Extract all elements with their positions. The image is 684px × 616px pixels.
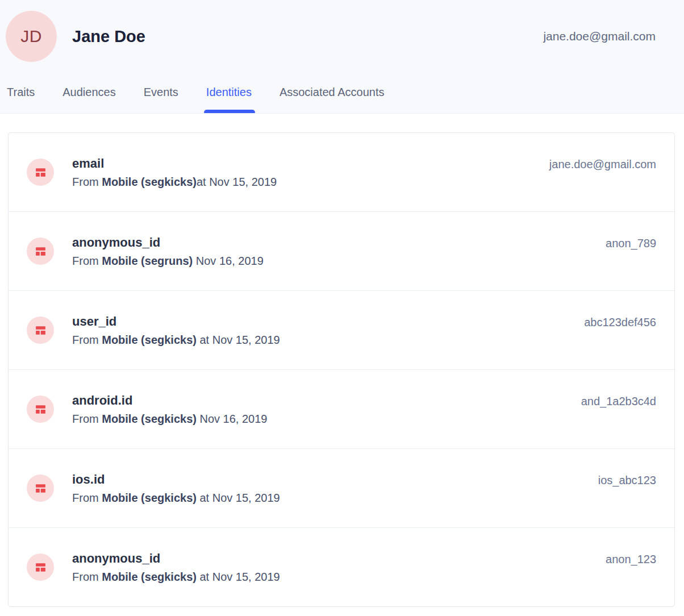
- identity-icon-badge: [27, 396, 54, 423]
- identity-name: anonymous_id: [72, 235, 606, 250]
- date-text: at Nov 15, 2019: [197, 176, 277, 188]
- tab-label: Events: [144, 86, 178, 98]
- avatar-initials: JD: [20, 27, 42, 46]
- layout-icon: [35, 245, 47, 257]
- profile-summary: JD Jane Doe jane.doe@gmail.com: [0, 0, 684, 63]
- identity-icon-badge: [27, 238, 54, 265]
- tab-label: Associated Accounts: [280, 86, 385, 98]
- user-profile-page: JD Jane Doe jane.doe@gmail.com Traits Au…: [0, 0, 684, 616]
- layout-icon: [35, 561, 47, 573]
- source-name: Mobile (segkicks): [102, 176, 197, 188]
- from-label: From: [72, 176, 102, 188]
- layout-icon: [35, 324, 47, 336]
- from-label: From: [72, 571, 102, 583]
- identity-source-line: From Mobile (segkicks) at Nov 15, 2019: [72, 333, 584, 347]
- identity-name: email: [72, 156, 549, 171]
- source-name: Mobile (segkicks): [102, 492, 197, 504]
- identity-icon-badge: [27, 159, 54, 186]
- date-text: at Nov 15, 2019: [197, 492, 280, 504]
- identity-main: anonymous_id From Mobile (segruns) Nov 1…: [72, 235, 606, 268]
- identity-row-user-id: user_id From Mobile (segkicks) at Nov 15…: [9, 290, 674, 369]
- source-name: Mobile (segruns): [102, 255, 193, 267]
- source-name: Mobile (segkicks): [102, 413, 197, 425]
- date-text: at Nov 15, 2019: [197, 571, 280, 583]
- identity-name: user_id: [72, 314, 584, 329]
- layout-icon: [35, 167, 47, 178]
- from-label: From: [72, 255, 102, 267]
- layout-icon: [35, 482, 47, 494]
- profile-email: jane.doe@gmail.com: [543, 30, 656, 43]
- identity-value: anon_789: [606, 236, 656, 250]
- from-label: From: [72, 334, 102, 346]
- active-tab-underline: [204, 110, 255, 113]
- date-text: Nov 16, 2019: [197, 413, 268, 425]
- identity-value: ios_abc123: [598, 473, 656, 487]
- source-name: Mobile (segkicks): [102, 571, 197, 583]
- identity-name: anonymous_id: [72, 551, 606, 566]
- date-text: Nov 16, 2019: [193, 255, 264, 267]
- date-text: at Nov 15, 2019: [197, 334, 280, 346]
- identity-main: user_id From Mobile (segkicks) at Nov 15…: [72, 314, 584, 347]
- identity-value: anon_123: [606, 552, 656, 566]
- identity-name: ios.id: [72, 472, 598, 487]
- tab-label: Identities: [206, 86, 252, 98]
- identity-source-line: From Mobile (segruns) Nov 16, 2019: [72, 254, 606, 268]
- identity-row-email: email From Mobile (segkicks)at Nov 15, 2…: [9, 133, 674, 211]
- tab-label: Traits: [7, 86, 35, 98]
- identity-source-line: From Mobile (segkicks) Nov 16, 2019: [72, 412, 581, 426]
- identity-value: and_1a2b3c4d: [581, 394, 656, 408]
- identity-value: abc123def456: [584, 315, 656, 329]
- identity-source-line: From Mobile (segkicks) at Nov 15, 2019: [72, 491, 598, 505]
- avatar: JD: [6, 11, 57, 62]
- identity-row-anonymous-id: anonymous_id From Mobile (segruns) Nov 1…: [9, 211, 674, 290]
- identity-icon-badge: [27, 475, 54, 502]
- identity-main: email From Mobile (segkicks)at Nov 15, 2…: [72, 156, 549, 189]
- profile-header: JD Jane Doe jane.doe@gmail.com Traits Au…: [0, 0, 684, 114]
- identity-source-line: From Mobile (segkicks)at Nov 15, 2019: [72, 175, 549, 189]
- tab-label: Audiences: [62, 86, 115, 98]
- identities-list: email From Mobile (segkicks)at Nov 15, 2…: [8, 132, 675, 607]
- identity-icon-badge: [27, 553, 54, 581]
- identity-row-ios-id: ios.id From Mobile (segkicks) at Nov 15,…: [9, 448, 674, 527]
- identity-main: ios.id From Mobile (segkicks) at Nov 15,…: [72, 472, 598, 505]
- identity-name: android.id: [72, 393, 581, 408]
- identity-value: jane.doe@gmail.com: [549, 157, 656, 171]
- profile-tabs: Traits Audiences Events Identities Assoc…: [7, 86, 384, 113]
- identity-main: android.id From Mobile (segkicks) Nov 16…: [72, 393, 581, 426]
- identity-row-anonymous-id-2: anonymous_id From Mobile (segkicks) at N…: [9, 527, 674, 606]
- tab-associated-accounts[interactable]: Associated Accounts: [280, 86, 385, 113]
- source-name: Mobile (segkicks): [102, 334, 197, 346]
- identity-row-android-id: android.id From Mobile (segkicks) Nov 16…: [9, 369, 674, 448]
- tab-events[interactable]: Events: [144, 86, 178, 113]
- from-label: From: [72, 413, 102, 425]
- page-title: Jane Doe: [72, 27, 145, 46]
- identity-main: anonymous_id From Mobile (segkicks) at N…: [72, 551, 606, 584]
- layout-icon: [35, 403, 47, 415]
- tab-identities[interactable]: Identities: [206, 86, 252, 113]
- identities-panel: email From Mobile (segkicks)at Nov 15, 2…: [0, 114, 684, 616]
- identity-source-line: From Mobile (segkicks) at Nov 15, 2019: [72, 570, 606, 584]
- tab-audiences[interactable]: Audiences: [62, 86, 115, 113]
- from-label: From: [72, 492, 102, 504]
- tab-traits[interactable]: Traits: [7, 86, 35, 113]
- identity-icon-badge: [27, 317, 54, 344]
